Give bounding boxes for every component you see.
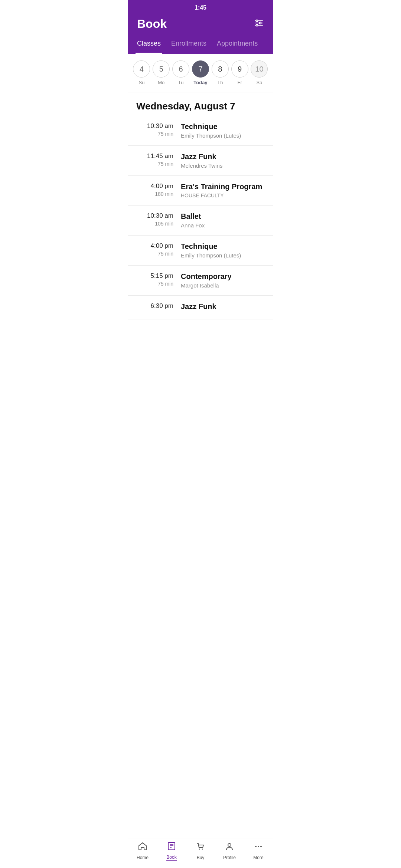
tab-enrollments[interactable]: Enrollments bbox=[170, 37, 208, 54]
day-label-sa: Sa bbox=[257, 80, 263, 85]
day-label-su: Su bbox=[138, 80, 144, 85]
day-number-6: 6 bbox=[172, 60, 189, 78]
class-info-2: Era's Training Program HOUSE FACULTY bbox=[181, 183, 262, 198]
class-time-3: 10:30 am 105 min bbox=[136, 212, 181, 227]
date-heading: Wednesday, August 7 bbox=[128, 92, 273, 116]
class-item-1[interactable]: 11:45 am 75 min Jazz Funk Melendres Twin… bbox=[128, 146, 273, 176]
day-today[interactable]: 7 Today bbox=[192, 60, 209, 85]
class-time-4: 4:00 pm 75 min bbox=[136, 242, 181, 257]
class-info-1: Jazz Funk Melendres Twins bbox=[181, 152, 222, 169]
calendar-strip: 4 Su 5 Mo 6 Tu 7 Today 8 Th 9 Fr 10 Sa bbox=[128, 54, 273, 92]
class-item-0[interactable]: 10:30 am 75 min Technique Emily Thompson… bbox=[128, 116, 273, 146]
class-time-6: 6:30 pm bbox=[136, 302, 181, 311]
class-time-5: 5:15 pm 75 min bbox=[136, 272, 181, 287]
day-saturday[interactable]: 10 Sa bbox=[251, 60, 268, 85]
header: Book bbox=[128, 13, 273, 37]
filter-icon[interactable] bbox=[254, 18, 264, 30]
status-time: 1:45 bbox=[195, 4, 206, 11]
class-info-3: Ballet Anna Fox bbox=[181, 212, 205, 228]
status-bar: 1:45 bbox=[128, 0, 273, 13]
day-label-th: Th bbox=[217, 80, 223, 85]
class-time-0: 10:30 am 75 min bbox=[136, 122, 181, 137]
class-item-3[interactable]: 10:30 am 105 min Ballet Anna Fox bbox=[128, 206, 273, 236]
day-number-9: 9 bbox=[231, 60, 248, 78]
class-item-4[interactable]: 4:00 pm 75 min Technique Emily Thompson … bbox=[128, 236, 273, 266]
day-thursday[interactable]: 8 Th bbox=[212, 60, 229, 85]
day-number-8: 8 bbox=[212, 60, 229, 78]
day-label-today: Today bbox=[193, 80, 207, 85]
day-number-4: 4 bbox=[133, 60, 150, 78]
tab-classes[interactable]: Classes bbox=[136, 37, 162, 54]
day-tuesday[interactable]: 6 Tu bbox=[172, 60, 189, 85]
class-item-2[interactable]: 4:00 pm 180 min Era's Training Program H… bbox=[128, 176, 273, 206]
class-info-4: Technique Emily Thompson (Lutes) bbox=[181, 242, 241, 259]
day-label-tu: Tu bbox=[178, 80, 184, 85]
svg-point-3 bbox=[256, 20, 258, 22]
tab-appointments[interactable]: Appointments bbox=[215, 37, 259, 54]
class-item-5[interactable]: 5:15 pm 75 min Contemporary Margot Isabe… bbox=[128, 266, 273, 296]
day-friday[interactable]: 9 Fr bbox=[231, 60, 248, 85]
day-number-10: 10 bbox=[251, 60, 268, 78]
day-label-fr: Fr bbox=[238, 80, 242, 85]
class-time-2: 4:00 pm 180 min bbox=[136, 183, 181, 197]
day-number-7: 7 bbox=[192, 60, 209, 78]
class-info-0: Technique Emily Thompson (Lutes) bbox=[181, 122, 241, 139]
day-sunday[interactable]: 4 Su bbox=[133, 60, 150, 85]
class-item-6[interactable]: 6:30 pm Jazz Funk bbox=[128, 296, 273, 319]
day-label-mo: Mo bbox=[158, 80, 164, 85]
class-info-5: Contemporary Margot Isabella bbox=[181, 272, 232, 289]
day-number-5: 5 bbox=[153, 60, 170, 78]
class-time-1: 11:45 am 75 min bbox=[136, 152, 181, 167]
day-monday[interactable]: 5 Mo bbox=[153, 60, 170, 85]
svg-point-4 bbox=[260, 22, 261, 24]
svg-point-5 bbox=[256, 24, 258, 26]
class-info-6: Jazz Funk bbox=[181, 302, 216, 312]
class-list: 10:30 am 75 min Technique Emily Thompson… bbox=[128, 116, 273, 319]
tabs-bar: Classes Enrollments Appointments bbox=[128, 37, 273, 54]
page-title: Book bbox=[137, 17, 167, 31]
